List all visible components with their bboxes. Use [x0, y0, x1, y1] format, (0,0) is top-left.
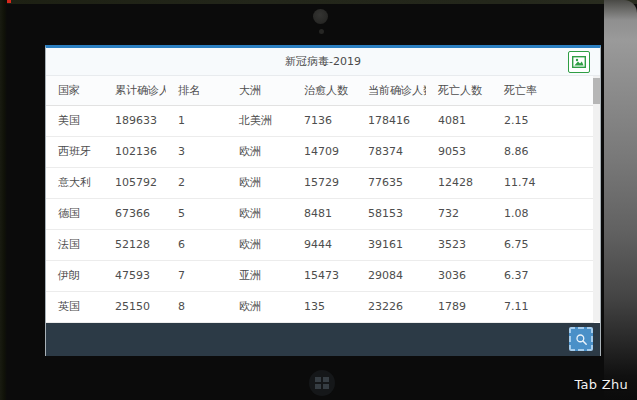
table-cell: 德国 [46, 198, 103, 229]
app-window: 新冠病毒-2019 国家累计确诊人数排名大洲治愈人数当前确诊人数死亡人数 [45, 45, 601, 356]
table-cell: 39161 [356, 229, 426, 260]
table-cell: 9053 [426, 136, 492, 167]
table-cell: 2 [166, 167, 227, 198]
column-header: 当前确诊人数 [356, 76, 426, 105]
table-cell: 1 [166, 105, 227, 136]
table-cell: 25150 [103, 291, 166, 322]
table-cell: 52128 [103, 229, 166, 260]
table-cell: 6 [166, 229, 227, 260]
column-header: 治愈人数 [292, 76, 356, 105]
column-header: 国家 [46, 76, 103, 105]
table-cell: 5 [166, 198, 227, 229]
table-row[interactable]: 美国1896331北美洲713617841640812.15 [46, 105, 594, 136]
table-cell: 135 [292, 291, 356, 322]
table-cell: 法国 [46, 229, 103, 260]
table-cell: 欧洲 [227, 198, 292, 229]
table-cell: 9444 [292, 229, 356, 260]
magnifier-icon [574, 332, 589, 347]
table-cell: 102136 [103, 136, 166, 167]
device-left-edge [0, 0, 7, 400]
image-icon [571, 54, 587, 70]
vertical-scrollbar[interactable] [593, 76, 600, 322]
search-button[interactable] [569, 327, 593, 351]
table-cell: 3523 [426, 229, 492, 260]
table-cell: 7.11 [492, 291, 594, 322]
tablet-device: 新冠病毒-2019 国家累计确诊人数排名大洲治愈人数当前确诊人数死亡人数 [0, 0, 637, 400]
table-body: 美国1896331北美洲713617841640812.15西班牙1021363… [46, 105, 594, 322]
table-cell: 4081 [426, 105, 492, 136]
watermark-label: Tab Zhu [574, 377, 628, 392]
front-camera-icon [313, 9, 328, 24]
column-header: 死亡率 [492, 76, 594, 105]
window-titlebar: 新冠病毒-2019 [46, 48, 600, 76]
table-row[interactable]: 意大利1057922欧洲15729776351242811.74 [46, 167, 594, 198]
table-cell: 北美洲 [227, 105, 292, 136]
table-cell: 7136 [292, 105, 356, 136]
table-cell: 8 [166, 291, 227, 322]
table-cell: 6.37 [492, 260, 594, 291]
table-cell: 105792 [103, 167, 166, 198]
table-cell: 欧洲 [227, 167, 292, 198]
table-row[interactable]: 英国251508欧洲1352322617897.11 [46, 291, 594, 322]
table-cell: 西班牙 [46, 136, 103, 167]
bottom-toolbar [46, 323, 600, 356]
table-cell: 14709 [292, 136, 356, 167]
table-cell: 亚洲 [227, 260, 292, 291]
table-cell: 1.08 [492, 198, 594, 229]
table-cell: 英国 [46, 291, 103, 322]
table-cell: 67366 [103, 198, 166, 229]
table-cell: 欧洲 [227, 136, 292, 167]
windows-home-button[interactable] [309, 370, 335, 396]
table-cell: 15729 [292, 167, 356, 198]
table-cell: 15473 [292, 260, 356, 291]
table-cell: 23226 [356, 291, 426, 322]
table-cell: 3 [166, 136, 227, 167]
table-cell: 7 [166, 260, 227, 291]
table-cell: 美国 [46, 105, 103, 136]
table-row[interactable]: 德国673665欧洲8481581537321.08 [46, 198, 594, 229]
table-container: 国家累计确诊人数排名大洲治愈人数当前确诊人数死亡人数死亡率 美国1896331北… [46, 76, 600, 323]
recording-indicator-dot [7, 0, 11, 3]
table-cell: 11.74 [492, 167, 594, 198]
table-cell: 2.15 [492, 105, 594, 136]
table-cell: 意大利 [46, 167, 103, 198]
windows-logo-icon [315, 377, 329, 389]
column-header: 死亡人数 [426, 76, 492, 105]
table-cell: 29084 [356, 260, 426, 291]
table-cell: 732 [426, 198, 492, 229]
export-image-button[interactable] [568, 51, 590, 73]
column-header: 大洲 [227, 76, 292, 105]
camera-sensor-dot [319, 29, 324, 34]
table-row[interactable]: 法国521286欧洲94443916135236.75 [46, 229, 594, 260]
device-top-edge [0, 0, 637, 4]
table-cell: 8.86 [492, 136, 594, 167]
table-header-row: 国家累计确诊人数排名大洲治愈人数当前确诊人数死亡人数死亡率 [46, 76, 594, 105]
table-row[interactable]: 西班牙1021363欧洲147097837490538.86 [46, 136, 594, 167]
table-cell: 6.75 [492, 229, 594, 260]
covid-data-table: 国家累计确诊人数排名大洲治愈人数当前确诊人数死亡人数死亡率 美国1896331北… [46, 76, 594, 323]
table-cell: 伊朗 [46, 260, 103, 291]
table-cell: 189633 [103, 105, 166, 136]
table-cell: 47593 [103, 260, 166, 291]
table-cell: 12428 [426, 167, 492, 198]
table-cell: 3036 [426, 260, 492, 291]
device-right-edge [604, 0, 637, 400]
table-cell: 欧洲 [227, 291, 292, 322]
scrollbar-thumb[interactable] [593, 78, 600, 104]
table-cell: 欧洲 [227, 229, 292, 260]
table-cell: 77635 [356, 167, 426, 198]
table-cell: 1789 [426, 291, 492, 322]
table-row[interactable]: 伊朗475937亚洲154732908430366.37 [46, 260, 594, 291]
column-header: 排名 [166, 76, 227, 105]
window-title: 新冠病毒-2019 [285, 54, 361, 69]
table-cell: 8481 [292, 198, 356, 229]
column-header: 累计确诊人数 [103, 76, 166, 105]
table-cell: 178416 [356, 105, 426, 136]
table-cell: 78374 [356, 136, 426, 167]
table-cell: 58153 [356, 198, 426, 229]
